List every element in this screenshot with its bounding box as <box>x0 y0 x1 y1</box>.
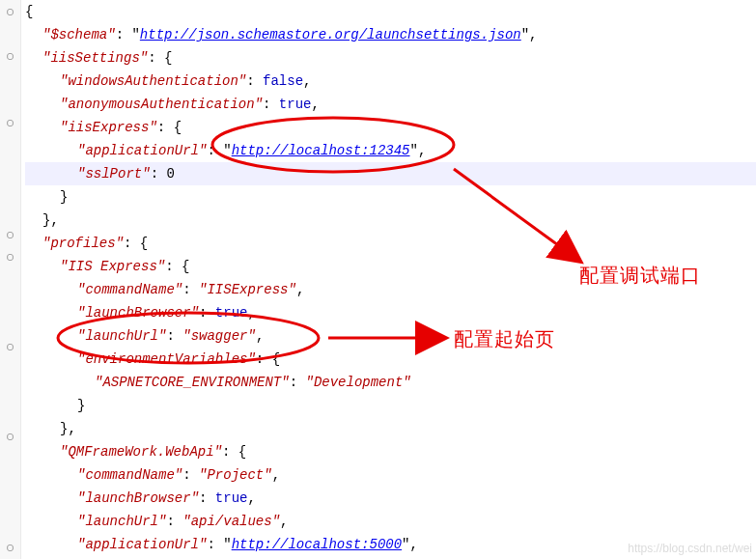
json-key: commandName <box>85 282 174 297</box>
fold-toggle[interactable] <box>0 425 20 447</box>
app-url-5000-link[interactable]: http://localhost:5000 <box>232 537 402 552</box>
json-string: Development <box>314 375 403 390</box>
fold-line <box>0 403 20 425</box>
fold-toggle[interactable] <box>0 44 20 67</box>
fold-line <box>0 179 20 201</box>
fold-toggle[interactable] <box>0 112 20 134</box>
fold-toggle[interactable] <box>0 246 20 268</box>
json-key: anonymousAuthentication <box>68 97 254 112</box>
fold-line <box>0 134 20 156</box>
fold-line <box>0 358 20 380</box>
json-string: Project <box>207 467 264 483</box>
json-bool: false <box>263 73 303 89</box>
fold-line <box>0 313 20 335</box>
code-editor[interactable]: { "$schema": "http://json.schemastore.or… <box>0 0 756 559</box>
json-string: api/values <box>191 514 272 529</box>
json-key: launchUrl <box>85 514 158 529</box>
code-content[interactable]: { "$schema": "http://json.schemastore.or… <box>21 0 756 559</box>
fold-gutter <box>0 0 21 559</box>
json-key: QMFrameWork.WebApi <box>68 444 213 460</box>
fold-line <box>0 268 20 291</box>
fold-line <box>0 156 20 179</box>
fold-line <box>0 90 20 112</box>
json-string: IISExpress <box>207 282 288 297</box>
json-key: IIS Express <box>68 259 156 274</box>
fold-toggle[interactable] <box>0 537 20 559</box>
fold-line <box>0 291 20 313</box>
json-key: launchBrowser <box>85 490 190 506</box>
fold-line <box>0 22 20 44</box>
json-key: ASPNETCORE_ENVIRONMENT <box>102 375 281 390</box>
fold-line <box>0 67 20 89</box>
json-bool: true <box>279 97 312 112</box>
fold-toggle[interactable] <box>0 224 20 246</box>
watermark: https://blog.csdn.net/wei <box>628 542 752 555</box>
json-key: launchBrowser <box>85 305 190 321</box>
json-key: profiles <box>50 236 115 251</box>
fold-line <box>0 201 20 223</box>
json-key: launchUrl <box>85 328 158 344</box>
fold-toggle[interactable] <box>0 0 20 22</box>
fold-line <box>0 491 20 514</box>
json-key: applicationUrl <box>85 143 199 158</box>
json-key: sslPort <box>85 166 142 182</box>
fold-line <box>0 515 20 537</box>
fold-line <box>0 447 20 469</box>
json-number: 0 <box>166 166 174 182</box>
schema-url-link[interactable]: http://json.schemastore.org/launchsettin… <box>140 27 521 42</box>
json-string: swagger <box>191 328 248 344</box>
json-key: iisSettings <box>50 50 139 66</box>
json-key: environmentVariables <box>85 351 247 367</box>
json-key: applicationUrl <box>85 537 199 552</box>
app-url-link[interactable]: http://localhost:12345 <box>232 143 410 158</box>
fold-toggle[interactable] <box>0 335 20 357</box>
fold-line <box>0 380 20 403</box>
json-key: commandName <box>85 467 174 483</box>
json-key: windowsAuthentication <box>68 73 238 89</box>
json-bool: true <box>215 305 248 321</box>
json-bool: true <box>215 490 248 506</box>
json-key: iisExpress <box>68 120 149 135</box>
fold-line <box>0 469 20 491</box>
json-key: $schema <box>50 27 107 42</box>
